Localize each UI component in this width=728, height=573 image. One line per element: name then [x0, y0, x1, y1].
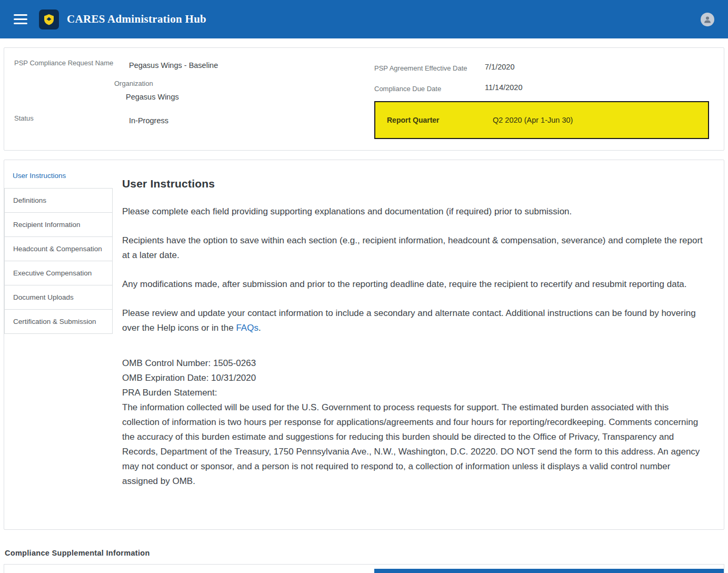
status-field: Status In-Progress: [14, 114, 370, 126]
status-label: Status: [14, 114, 114, 126]
cares-shield-logo-icon: [39, 9, 59, 29]
main-content-card: User Instructions Definitions Recipient …: [4, 160, 724, 530]
user-avatar-icon[interactable]: [701, 13, 714, 26]
omb-expiration-date: OMB Expiration Date: 10/31/2020: [122, 371, 704, 386]
tab-content-panel: User Instructions Please complete each f…: [113, 160, 724, 529]
tab-document-uploads[interactable]: Document Uploads: [4, 285, 113, 310]
due-date-field: Compliance Due Date 11/14/2020: [374, 82, 711, 94]
tab-headcount-compensation[interactable]: Headcount & Compensation: [4, 236, 113, 261]
organization-value: Pegasus Wings: [114, 89, 370, 102]
request-name-label: PSP Compliance Request Name: [14, 58, 114, 71]
paragraph-4-period: .: [258, 323, 261, 333]
tab-recipient-information[interactable]: Recipient Information: [4, 212, 113, 237]
paragraph-4-text: Please review and update your contact in…: [122, 308, 696, 333]
instruction-paragraph-4: Please review and update your contact in…: [122, 306, 704, 335]
effective-date-label: PSP Agreement Effective Date: [374, 62, 485, 74]
compliance-supplemental-card: [4, 564, 724, 573]
instruction-paragraph-2: Recipients have the option to save withi…: [122, 233, 704, 263]
due-date-label: Compliance Due Date: [374, 82, 485, 94]
app-title: CARES Administration Hub: [67, 13, 206, 26]
report-quarter-value: Q2 2020 (Apr 1-Jun 30): [493, 116, 573, 124]
tab-user-instructions[interactable]: User Instructions: [4, 166, 113, 188]
instruction-paragraph-3: Any modifications made, after submission…: [122, 277, 704, 292]
organization-label: Organization: [114, 79, 370, 89]
pra-burden-label: PRA Burden Statement:: [122, 386, 704, 400]
pra-burden-text: The information collected will be used f…: [122, 400, 704, 489]
report-quarter-highlight: Report Quarter Q2 2020 (Apr 1-Jun 30): [374, 101, 709, 139]
summary-left-column: PSP Compliance Request Name Pegasus Wing…: [14, 58, 370, 140]
tab-certification-submission[interactable]: Certification & Submission: [4, 309, 113, 334]
summary-right-column: PSP Agreement Effective Date 7/1/2020 Co…: [370, 58, 711, 140]
request-name-field: PSP Compliance Request Name Pegasus Wing…: [14, 58, 370, 71]
top-navbar: CARES Administration Hub: [0, 0, 728, 38]
hamburger-menu-icon[interactable]: [14, 14, 27, 24]
compliance-supplemental-heading: Compliance Supplemental Information: [5, 549, 728, 557]
effective-date-field: PSP Agreement Effective Date 7/1/2020: [374, 62, 711, 74]
section-tab-list: User Instructions Definitions Recipient …: [4, 160, 113, 529]
status-value: In-Progress: [114, 114, 370, 126]
omb-control-number: OMB Control Number: 1505-0263: [122, 356, 704, 371]
compliance-summary-card: PSP Compliance Request Name Pegasus Wing…: [4, 47, 724, 151]
instruction-paragraph-1: Please complete each field providing sup…: [122, 204, 704, 219]
request-name-value: Pegasus Wings - Baseline: [114, 58, 370, 71]
content-heading: User Instructions: [122, 177, 704, 190]
faqs-link[interactable]: FAQs: [236, 323, 258, 333]
omb-block: OMB Control Number: 1505-0263 OMB Expira…: [122, 356, 704, 489]
partial-blue-bar: [374, 569, 724, 573]
report-quarter-label: Report Quarter: [387, 116, 493, 124]
effective-date-value: 7/1/2020: [485, 62, 711, 74]
tab-executive-compensation[interactable]: Executive Compensation: [4, 261, 113, 285]
due-date-value: 11/14/2020: [485, 82, 711, 94]
organization-field: Organization Pegasus Wings: [14, 79, 370, 102]
tab-definitions[interactable]: Definitions: [4, 188, 113, 213]
